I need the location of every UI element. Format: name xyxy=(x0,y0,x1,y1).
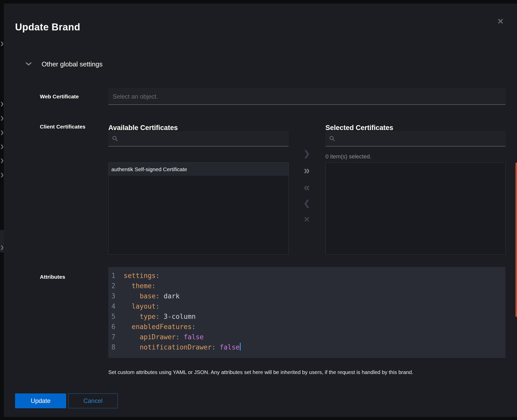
search-icon xyxy=(329,136,335,143)
sidebar-chevron-icon: ❯ xyxy=(0,116,4,120)
add-selected-button[interactable]: ❯ xyxy=(300,150,314,158)
search-icon xyxy=(112,136,118,143)
sidebar-chevron-icon: ❯ xyxy=(0,173,4,177)
sidebar-chevron-icon: ❯ xyxy=(0,102,4,106)
chevron-down-icon xyxy=(26,62,31,67)
right-edge-accent-bar xyxy=(515,163,517,317)
client-certificates-label: Client Certificates xyxy=(40,124,86,130)
code-text: notificationDrawer: false xyxy=(124,342,241,352)
list-item[interactable]: authentik Self-signed Certificate xyxy=(109,163,288,176)
sidebar-chevron-icon: ❯ xyxy=(0,245,4,250)
group-toggle-label: Other global settings xyxy=(42,60,102,68)
code-text: layout: xyxy=(124,301,160,311)
code-text: enabledFeatures: xyxy=(124,322,196,332)
modal-title: Update Brand xyxy=(15,22,80,33)
cancel-button[interactable]: Cancel xyxy=(68,393,118,408)
sidebar-chevron-icon: ❯ xyxy=(0,130,4,135)
available-certificates-heading: Available Certificates xyxy=(108,124,178,132)
page-background-bottom xyxy=(0,417,517,420)
other-global-settings-toggle[interactable]: Other global settings xyxy=(26,60,102,68)
sidebar-edge: ❯❯❯❯❯❯❯❯ xyxy=(0,0,4,420)
line-number: 3 xyxy=(111,291,120,301)
add-all-button[interactable]: » xyxy=(300,165,314,176)
code-text: apiDrawer: false xyxy=(124,332,204,342)
remove-selected-button[interactable]: ❮ xyxy=(300,199,314,207)
code-text: base: dark xyxy=(124,291,180,301)
selected-certificates-list[interactable] xyxy=(325,162,506,254)
line-number: 7 xyxy=(111,332,120,342)
close-icon[interactable]: ✕ xyxy=(496,17,505,26)
line-number: 4 xyxy=(111,301,120,311)
available-search[interactable] xyxy=(108,132,289,146)
selected-count-status: 0 item(s) selected. xyxy=(325,153,371,160)
update-brand-modal: Update Brand ✕ Other global settings Web… xyxy=(4,4,517,417)
text-cursor xyxy=(240,343,241,351)
sidebar-chevron-icon: ❯ xyxy=(0,158,4,163)
available-search-input[interactable] xyxy=(121,135,288,143)
line-number: 5 xyxy=(111,311,120,322)
line-number: 1 xyxy=(111,271,120,281)
line-number: 6 xyxy=(111,322,120,332)
web-certificate-label: Web Certificate xyxy=(40,94,79,100)
clear-selection-button[interactable]: ✕ xyxy=(300,216,314,223)
sidebar-chevron-icon: ❯ xyxy=(0,41,4,46)
dual-list-controls: ❯»«❮✕ xyxy=(300,4,314,417)
selected-search-input[interactable] xyxy=(338,135,505,143)
available-certificates-list[interactable]: authentik Self-signed Certificate xyxy=(108,162,289,254)
update-button[interactable]: Update xyxy=(15,393,66,408)
sidebar-chevron-icon: ❯ xyxy=(0,144,4,149)
code-text: theme: xyxy=(124,281,156,291)
line-number: 2 xyxy=(111,281,120,291)
remove-all-button[interactable]: « xyxy=(300,182,314,193)
attributes-label: Attributes xyxy=(40,274,65,280)
selected-search[interactable] xyxy=(325,132,506,146)
code-text: type: 3-column xyxy=(124,311,196,322)
selected-certificates-heading: Selected Certificates xyxy=(325,124,393,132)
page-background-top xyxy=(0,0,517,4)
code-text: settings: xyxy=(124,271,160,281)
line-number: 8 xyxy=(111,342,120,352)
